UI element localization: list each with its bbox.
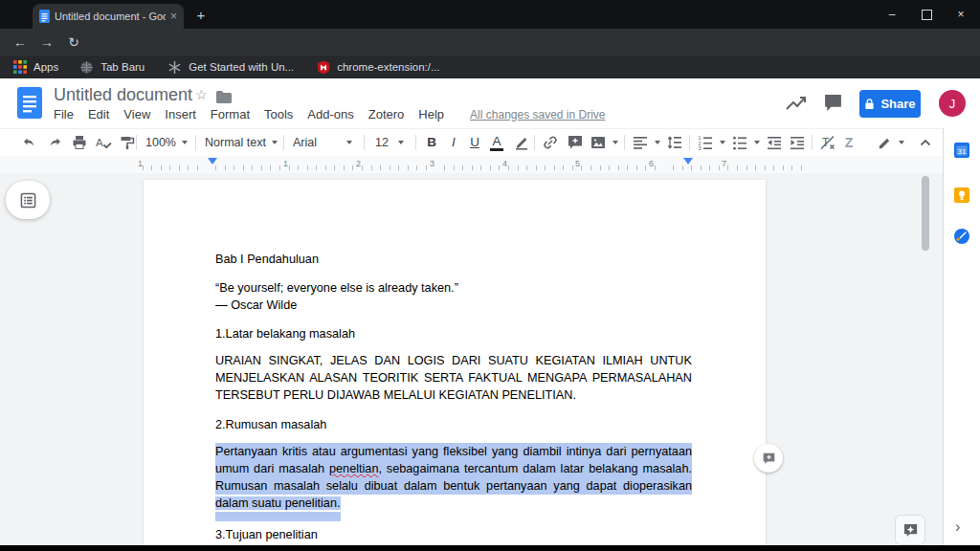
bookmark-tab-baru[interactable]: Tab Baru [79, 60, 145, 75]
doc-line-selected[interactable]: Pertanyaan kritis atau argumentasi yang … [215, 443, 692, 460]
vertical-scrollbar[interactable] [922, 176, 929, 251]
add-comment-float-button[interactable] [754, 444, 783, 473]
bookmark-label: Get Started with Un... [189, 61, 294, 73]
menu-tools[interactable]: Tools [264, 107, 293, 121]
collapse-toolbar-icon[interactable] [917, 134, 934, 151]
menu-edit[interactable]: Edit [88, 107, 109, 121]
doc-line[interactable]: 3.Tujuan penelitian [215, 526, 692, 543]
menu-file[interactable]: File [54, 107, 74, 121]
doc-line[interactable]: URAIAN SINGKAT, JELAS DAN LOGIS DARI SUA… [215, 352, 692, 369]
tab-close-button[interactable]: × [170, 11, 177, 22]
docs-header: Untitled document ☆ File Edit View Inser… [0, 78, 980, 128]
window-maximize-button[interactable] [908, 0, 945, 29]
styles-select[interactable]: Normal text [205, 134, 278, 151]
move-folder-icon[interactable] [216, 91, 232, 103]
bookmark-apps[interactable]: Apps [13, 60, 58, 74]
doc-line[interactable]: “Be yourself; everyone else is already t… [215, 279, 692, 297]
account-avatar[interactable]: J [939, 90, 966, 117]
bookmark-label: chrome-extension:/... [337, 61, 439, 73]
add-comment-icon[interactable] [567, 134, 584, 151]
bulleted-list-button[interactable] [731, 134, 760, 151]
document-outline-button[interactable] [6, 181, 50, 219]
font-size-select[interactable]: 12 [375, 134, 404, 151]
text-color-button[interactable]: A [490, 134, 503, 151]
insert-link-icon[interactable] [542, 134, 559, 151]
right-indent-marker[interactable] [683, 158, 693, 165]
bold-button[interactable]: B [425, 134, 438, 151]
save-status[interactable]: All changes saved in Drive [470, 108, 605, 121]
window-minimize-button[interactable]: – [874, 0, 910, 29]
editing-mode-button[interactable] [877, 134, 904, 151]
print-icon[interactable] [71, 134, 88, 151]
docs-favicon-icon [39, 10, 50, 23]
align-button[interactable] [632, 134, 660, 151]
doc-line[interactable]: Bab I Pendahuluan [215, 251, 692, 268]
doc-line[interactable]: MENJELASKAN ALASAN TEORITIK SERTA FAKTUA… [215, 369, 692, 386]
doc-line-selected[interactable]: Rumusan masalah selalu dibuat dalam bent… [215, 477, 692, 495]
star-document-icon[interactable]: ☆ [195, 87, 208, 102]
toolbar-separator [415, 135, 416, 150]
paint-format-icon[interactable] [119, 134, 136, 151]
selected-empty-line[interactable] [215, 512, 341, 521]
redo-icon[interactable] [46, 134, 63, 151]
doc-line[interactable]: 1.Latar belakang masalah [215, 325, 692, 342]
doc-line-selected[interactable]: umum dari masalah peneltian, sebagaimana… [215, 460, 692, 477]
misspelled-word[interactable]: peneltian [329, 462, 379, 475]
pencil-icon [877, 135, 893, 151]
google-tasks-icon[interactable] [953, 228, 970, 245]
undo-icon[interactable] [21, 134, 38, 151]
increase-indent-icon[interactable] [789, 134, 806, 151]
zotero-button[interactable]: Z [842, 134, 856, 151]
zoom-select[interactable]: 100% [145, 134, 188, 151]
browser-tab[interactable]: Untitled document - Google Doc × [33, 4, 184, 29]
chevron-down-icon [655, 141, 660, 144]
doc-line-selected[interactable]: dalam suatu penelitian. [215, 495, 692, 512]
google-calendar-icon[interactable]: 31 [953, 142, 970, 159]
menu-zotero[interactable]: Zotero [368, 107, 405, 121]
collapse-panel-chevron-icon[interactable]: › [955, 518, 960, 536]
font-select[interactable]: Arial [293, 134, 352, 151]
doc-line[interactable]: TERSEBUT PERLU DIJAWAB MELALUI KEGIATAN … [215, 386, 692, 404]
ruler-number: 7 [722, 159, 726, 168]
menu-insert[interactable]: Insert [165, 107, 196, 121]
shield-icon [317, 60, 330, 75]
menu-help[interactable]: Help [418, 107, 444, 121]
bookmark-chrome-extension[interactable]: chrome-extension:/... [317, 60, 439, 75]
ruler-number: 3 [430, 159, 434, 168]
numbered-list-button[interactable]: 123 [697, 134, 725, 151]
share-button[interactable]: Share [859, 90, 921, 118]
document-page[interactable]: Bab I Pendahuluan “Be yourself; everyone… [144, 180, 766, 545]
menu-format[interactable]: Format [211, 107, 250, 121]
line-spacing-icon[interactable] [666, 134, 683, 151]
menu-addons[interactable]: Add-ons [307, 107, 353, 121]
insights-icon[interactable] [785, 94, 808, 113]
clear-formatting-icon[interactable]: T [819, 134, 836, 151]
underline-button[interactable]: U [468, 134, 481, 151]
back-icon[interactable]: ← [11, 33, 29, 51]
chevron-down-icon [612, 141, 618, 144]
doc-text-span: umum dari masalah [215, 462, 329, 475]
decrease-indent-icon[interactable] [766, 134, 783, 151]
bookmark-get-started[interactable]: Get Started with Un... [167, 60, 294, 75]
google-keep-icon[interactable] [953, 187, 970, 204]
menu-view[interactable]: View [123, 107, 150, 121]
new-tab-button[interactable]: + [192, 7, 210, 24]
insert-image-button[interactable] [590, 134, 618, 151]
globe-icon [79, 60, 94, 75]
window-close-button[interactable]: × [943, 0, 979, 29]
explore-button[interactable] [895, 515, 925, 545]
highlight-color-icon[interactable] [513, 134, 530, 151]
zoom-value: 100% [145, 134, 176, 151]
ruler[interactable]: 1 1 2 3 4 5 6 7 [0, 156, 943, 173]
document-title[interactable]: Untitled document [54, 85, 192, 105]
document-text[interactable]: Bab I Pendahuluan “Be yourself; everyone… [215, 251, 692, 543]
forward-icon[interactable]: → [38, 33, 56, 51]
spellcheck-icon[interactable]: A [95, 134, 112, 151]
comments-icon[interactable] [823, 93, 843, 113]
doc-line[interactable]: — Oscar Wilde [215, 297, 692, 314]
reload-icon[interactable]: ↻ [65, 33, 82, 51]
doc-line[interactable]: 2.Rumusan masalah [215, 416, 692, 433]
chevron-down-icon [398, 141, 404, 144]
left-indent-marker[interactable] [208, 158, 217, 165]
italic-button[interactable]: I [447, 134, 460, 151]
